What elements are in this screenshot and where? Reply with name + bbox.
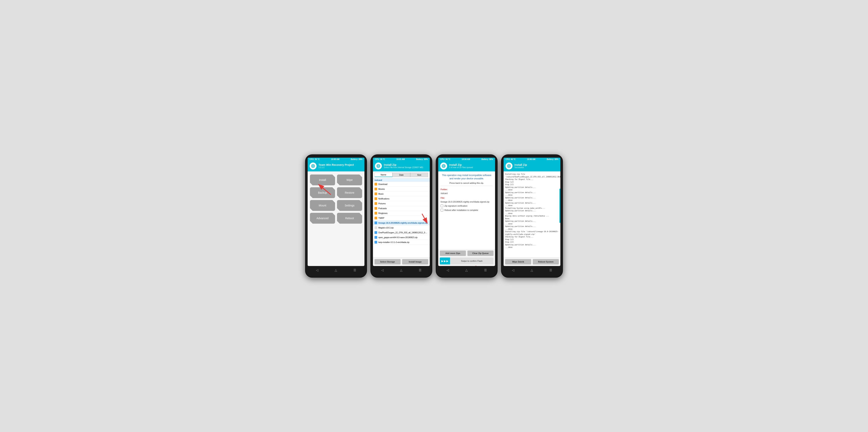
nav-back-3[interactable]: ◁ <box>443 267 452 273</box>
phone-4: CPU: 45 °C 10:06 AM Battery: 88% Install… <box>501 154 563 278</box>
checkbox-reboot[interactable]: Reboot after installation is complete <box>440 209 493 211</box>
folder-icon <box>374 193 377 195</box>
main-grid-wrapper: Install Wipe Backup Restore Mount Settin… <box>308 171 365 266</box>
battery-4: Battery: 88% <box>547 158 558 161</box>
file-value: lineage-16.0-20190825-nightly-enchilada-… <box>440 201 493 203</box>
confirm-actions: Add more Zips Clear Zip Queue <box>438 249 495 258</box>
phone-1-screen: CPU: 35 °C 10:00 AM Battery: 89% Team Wi… <box>308 158 365 266</box>
app-title-2: Install Zip <box>384 163 423 167</box>
file-item-magisk[interactable]: Magisk-v19.3.zip <box>373 225 430 230</box>
file-item-ringtones[interactable]: Ringtones <box>373 211 430 216</box>
file-item-movies[interactable]: Movies <box>373 187 430 192</box>
zip-sig-label: Zip signature verification <box>444 205 467 207</box>
install-button[interactable]: Install <box>310 174 335 185</box>
nav-menu-4[interactable]: ☰ <box>546 267 555 273</box>
nav-menu-1[interactable]: ☰ <box>350 267 359 273</box>
nav-bar-2: ◁ △ ☰ <box>373 266 430 274</box>
app-title-3: Install Zip <box>449 163 473 167</box>
settings-button[interactable]: Settings <box>337 200 362 211</box>
install-image-button[interactable]: Install Image <box>402 259 428 264</box>
file-item-pictures[interactable]: Pictures <box>373 201 430 206</box>
file-item-twrp-installer[interactable]: twrp-installer-3.3.1-2-enchilada.zip <box>373 240 430 245</box>
zip-icon <box>374 226 377 229</box>
nav-back-4[interactable]: ◁ <box>509 267 517 273</box>
breadcrumb-2: /sdcard <box>373 178 430 182</box>
folder-icon <box>374 212 377 214</box>
nav-home-1[interactable]: △ <box>332 267 340 273</box>
file-toolbar: Name Date Size <box>373 171 430 178</box>
add-more-zips-button[interactable]: Add more Zips <box>440 251 466 256</box>
phone-3: CPU: 34 °C 10:04 AM Battery: 88% Install… <box>436 154 498 278</box>
nav-back-1[interactable]: ◁ <box>313 267 321 273</box>
sort-size[interactable]: Size <box>410 173 428 177</box>
folder-value: /sdcard <box>440 192 493 195</box>
nav-home-2[interactable]: △ <box>397 267 405 273</box>
wipe-dalvik-button[interactable]: Wipe Dalvik <box>505 259 531 264</box>
file-item-oneplus[interactable]: OnePlus6Oxygen_22_OTA_033_all_1908012012… <box>373 230 430 235</box>
zip-sig-checkbox[interactable] <box>440 204 443 207</box>
nav-menu-2[interactable]: ☰ <box>416 267 425 273</box>
status-bar-4: CPU: 45 °C 10:06 AM Battery: 88% <box>503 158 560 161</box>
screen-content-2: Name Date Size /sdcard Download Movie <box>373 171 430 266</box>
zip-icon <box>374 236 377 239</box>
cpu-temp-1: CPU: 35 °C <box>310 158 320 161</box>
swipe-arrows: ▶▶▶ <box>440 258 450 264</box>
screen-content-4: Installing zip file '/sdcard/OnePlus6Oxy… <box>503 171 560 266</box>
app-header-text-2: Install Zip Select File from Internal St… <box>384 163 423 169</box>
file-list[interactable]: Download Movies Music Notifications <box>373 182 430 257</box>
app-subtitle-2: Select File from Internal Storage (22860… <box>384 166 423 169</box>
nav-back-2[interactable]: ◁ <box>378 267 387 273</box>
app-header-3: Install Zip 1 of max of 10 Files queued <box>438 161 495 171</box>
app-subtitle-4: Successful <box>515 166 527 169</box>
folder-icon <box>374 188 377 190</box>
sort-date[interactable]: Date <box>393 173 410 177</box>
advanced-button[interactable]: Advanced <box>310 213 335 224</box>
log-actions: Wipe Dalvik Reboot System <box>503 257 560 266</box>
wipe-button[interactable]: Wipe <box>337 174 362 185</box>
file-list-wrapper: Download Movies Music Notifications <box>373 182 430 257</box>
phone-2-screen: CPU: 35 °C 10:01 AM Battery: 89% Install… <box>373 158 430 266</box>
install-confirm: This operation may install incompatible … <box>438 171 495 249</box>
file-item-gapps[interactable]: open_gapps-arm64-9.0-nano-20190823.zip <box>373 235 430 240</box>
reboot-button[interactable]: Reboot <box>337 213 362 224</box>
mount-button[interactable]: Mount <box>310 200 335 211</box>
file-item-twrp[interactable]: TWRP <box>373 216 430 221</box>
phone-1: CPU: 35 °C 10:00 AM Battery: 89% Team Wi… <box>305 154 367 278</box>
app-title-1: Team Win Recovery Project <box>318 163 354 167</box>
sort-name[interactable]: Name <box>374 173 393 177</box>
swipe-bar[interactable]: ▶▶▶ Swipe to confirm Flash <box>440 258 494 264</box>
screen-content-1: Install Wipe Backup Restore Mount Settin… <box>308 171 365 266</box>
nav-home-3[interactable]: △ <box>462 267 471 273</box>
reboot-system-button[interactable]: Reboot System <box>533 259 559 264</box>
folder-icon <box>374 202 377 205</box>
app-header-2: Install Zip Select File from Internal St… <box>373 161 430 171</box>
checkbox-zip-sig[interactable]: Zip signature verification <box>440 204 493 207</box>
restore-button[interactable]: Restore <box>337 187 362 198</box>
folder-icon <box>374 183 377 185</box>
zip-icon <box>374 222 377 224</box>
file-item-lineage[interactable]: lineage-16.0-20190825-nightly-enchilada-… <box>373 221 430 225</box>
clear-zip-queue-button[interactable]: Clear Zip Queue <box>467 251 494 256</box>
nav-bar-1: ◁ △ ☰ <box>308 266 365 274</box>
nav-bar-4: ◁ △ ☰ <box>503 266 560 274</box>
zip-icon <box>374 241 377 243</box>
file-item-notifications[interactable]: Notifications <box>373 196 430 201</box>
log-content: Installing zip file '/sdcard/OnePlus6Oxy… <box>503 171 560 257</box>
nav-home-4[interactable]: △ <box>528 267 536 273</box>
reboot-checkbox[interactable] <box>440 209 443 211</box>
app-subtitle-1: 3.3.1-2 <box>318 166 354 169</box>
warning-text: This operation may install incompatible … <box>440 174 493 180</box>
nav-menu-3[interactable]: ☰ <box>481 267 490 273</box>
file-item-download[interactable]: Download <box>373 182 430 187</box>
red-arrow-3 <box>450 264 485 266</box>
phone-2: CPU: 35 °C 10:01 AM Battery: 89% Install… <box>370 154 432 278</box>
folder-icon <box>374 207 377 210</box>
file-actions-2: Select Storage Install Image <box>373 257 430 266</box>
select-storage-button[interactable]: Select Storage <box>374 259 401 264</box>
file-item-music[interactable]: Music <box>373 192 430 196</box>
file-item-podcasts[interactable]: Podcasts <box>373 206 430 211</box>
log-text: Installing zip file '/sdcard/OnePlus6Oxy… <box>505 173 560 248</box>
backup-button[interactable]: Backup <box>310 187 335 198</box>
status-bar-2: CPU: 35 °C 10:01 AM Battery: 89% <box>373 158 430 161</box>
battery-1: Battery: 89% <box>351 158 363 161</box>
